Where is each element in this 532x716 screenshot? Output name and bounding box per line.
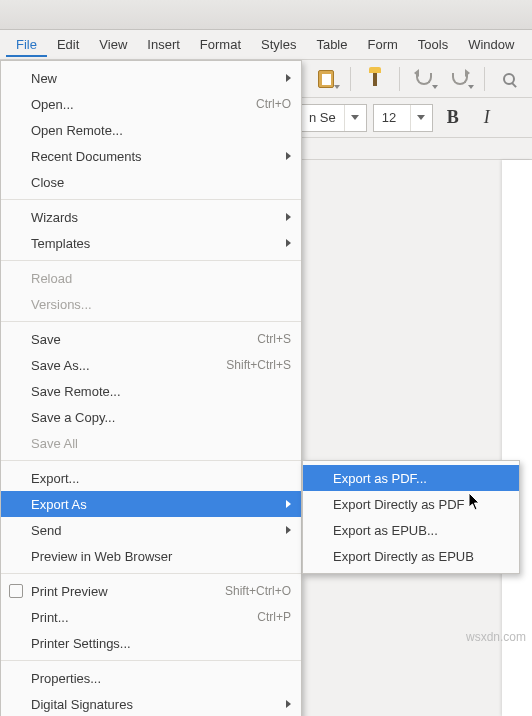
menu-form[interactable]: Form [357, 32, 407, 57]
submenu-item-label: Export as EPUB... [333, 523, 509, 538]
file-menu-item[interactable]: Properties... [1, 665, 301, 691]
file-menu-item[interactable]: Templates [1, 230, 301, 256]
file-menu-item[interactable]: Open Remote... [1, 117, 301, 143]
export-as-submenu: Export as PDF...Export Directly as PDFEx… [302, 460, 520, 574]
italic-button[interactable]: I [473, 104, 501, 132]
toolbar-separator [350, 67, 351, 91]
toolbar-separator [399, 67, 400, 91]
file-menu-item[interactable]: Recent Documents [1, 143, 301, 169]
file-menu-item[interactable]: Printer Settings... [1, 630, 301, 656]
file-menu-item[interactable]: Open...Ctrl+O [1, 91, 301, 117]
menu-file[interactable]: File [6, 32, 47, 57]
file-menu-item[interactable]: Save a Copy... [1, 404, 301, 430]
menu-item-label: New [31, 71, 280, 86]
font-size-combo[interactable]: 12 [373, 104, 433, 132]
file-menu-item[interactable]: Send [1, 517, 301, 543]
menu-view[interactable]: View [89, 32, 137, 57]
find-button[interactable] [493, 65, 525, 93]
export-submenu-item[interactable]: Export as PDF... [303, 465, 519, 491]
menu-item-accel: Ctrl+O [256, 97, 291, 111]
menu-divider [1, 573, 301, 574]
menu-item-accel: Shift+Ctrl+O [225, 584, 291, 598]
menu-table-label: Table [316, 37, 347, 52]
toolbar-separator [484, 67, 485, 91]
menu-tools-label: Tools [418, 37, 448, 52]
menu-tools[interactable]: Tools [408, 32, 458, 57]
menu-file-label: File [16, 37, 37, 52]
menu-edit[interactable]: Edit [47, 32, 89, 57]
bold-button[interactable]: B [439, 104, 467, 132]
file-menu-item[interactable]: Export... [1, 465, 301, 491]
menu-insert-label: Insert [147, 37, 180, 52]
menu-item-label: Properties... [31, 671, 291, 686]
submenu-item-label: Export as PDF... [333, 471, 509, 486]
menu-insert[interactable]: Insert [137, 32, 190, 57]
menu-item-label: Save As... [31, 358, 226, 373]
file-menu-item[interactable]: SaveCtrl+S [1, 326, 301, 352]
menu-styles[interactable]: Styles [251, 32, 306, 57]
file-menu-item[interactable]: Digital Signatures [1, 691, 301, 716]
menu-format[interactable]: Format [190, 32, 251, 57]
menu-item-label: Save All [31, 436, 291, 451]
submenu-arrow-icon [286, 152, 291, 160]
file-menu-item[interactable]: Save As...Shift+Ctrl+S [1, 352, 301, 378]
menu-item-label: Wizards [31, 210, 280, 225]
menu-window-label: Window [468, 37, 514, 52]
file-menu-item[interactable]: Print...Ctrl+P [1, 604, 301, 630]
search-icon [503, 73, 515, 85]
redo-button[interactable] [444, 65, 476, 93]
menu-item-label: Save [31, 332, 257, 347]
bold-label: B [447, 107, 459, 128]
menu-item-label: Versions... [31, 297, 291, 312]
checkbox-icon [9, 584, 23, 598]
clone-format-button[interactable] [359, 65, 391, 93]
menu-styles-label: Styles [261, 37, 296, 52]
menu-form-label: Form [367, 37, 397, 52]
menu-item-label: Print... [31, 610, 257, 625]
menu-item-label: Export... [31, 471, 291, 486]
file-menu-item[interactable]: Close [1, 169, 301, 195]
menu-item-label: Printer Settings... [31, 636, 291, 651]
file-menu-item[interactable]: Save Remote... [1, 378, 301, 404]
font-name-combo[interactable]: n Se [300, 104, 367, 132]
file-menu-item[interactable]: Print PreviewShift+Ctrl+O [1, 578, 301, 604]
undo-button[interactable] [408, 65, 440, 93]
menu-item-label: Open... [31, 97, 256, 112]
submenu-arrow-icon [286, 239, 291, 247]
submenu-arrow-icon [286, 700, 291, 708]
chevron-down-icon[interactable] [410, 105, 432, 131]
font-size-value: 12 [374, 110, 410, 125]
watermark-text: wsxdn.com [466, 630, 526, 644]
export-submenu-item[interactable]: Export as EPUB... [303, 517, 519, 543]
menu-divider [1, 660, 301, 661]
menu-format-label: Format [200, 37, 241, 52]
menu-table[interactable]: Table [306, 32, 357, 57]
export-submenu-item[interactable]: Export Directly as PDF [303, 491, 519, 517]
menu-item-label: Templates [31, 236, 280, 251]
menu-item-accel: Shift+Ctrl+S [226, 358, 291, 372]
menu-window[interactable]: Window [458, 32, 524, 57]
chevron-down-icon[interactable] [344, 105, 366, 131]
submenu-item-label: Export Directly as PDF [333, 497, 509, 512]
undo-icon [416, 73, 432, 85]
file-menu-item[interactable]: Export As [1, 491, 301, 517]
menu-item-label: Recent Documents [31, 149, 280, 164]
file-menu-item[interactable]: Preview in Web Browser [1, 543, 301, 569]
menu-item-accel: Ctrl+S [257, 332, 291, 346]
submenu-arrow-icon [286, 213, 291, 221]
clipboard-icon [318, 70, 334, 88]
menu-item-label: Digital Signatures [31, 697, 280, 712]
font-name-value: n Se [301, 110, 344, 125]
menu-divider [1, 199, 301, 200]
export-submenu-item[interactable]: Export Directly as EPUB [303, 543, 519, 569]
file-menu-item: Reload [1, 265, 301, 291]
menu-divider [1, 321, 301, 322]
menu-item-label: Preview in Web Browser [31, 549, 291, 564]
paste-button[interactable] [310, 65, 342, 93]
file-menu-item[interactable]: New [1, 65, 301, 91]
submenu-arrow-icon [286, 74, 291, 82]
menu-item-label: Save Remote... [31, 384, 291, 399]
italic-label: I [484, 107, 490, 128]
file-menu-item[interactable]: Wizards [1, 204, 301, 230]
redo-icon [452, 73, 468, 85]
